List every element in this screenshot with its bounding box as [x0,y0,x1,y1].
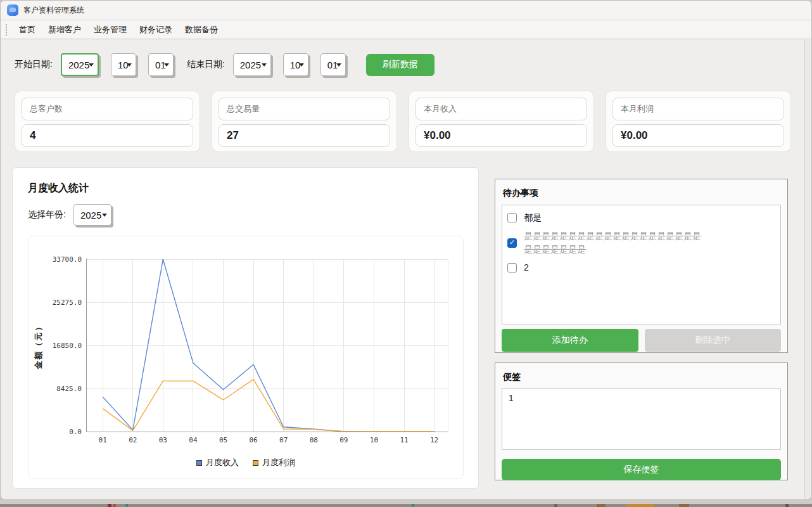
notes-textarea[interactable]: 1 [502,388,781,450]
stat-card-total-transactions: 总交易量 27 [212,91,397,152]
stat-value: ¥0.00 [424,129,451,142]
svg-text:金额（元）: 金额（元） [34,322,43,370]
menu-item-backup[interactable]: 数据备份 [179,20,224,39]
todo-list: 都是 是是是是是是是是是是是是是是是是是是是是是是是是是是是 2 [502,205,781,324]
stat-value: 4 [30,129,35,142]
svg-text:11: 11 [400,436,408,444]
end-day-select[interactable]: 01 [320,53,346,76]
main-content: 开始日期: 2025 10 01 结束日期: 2025 10 [1,40,804,499]
chart-title: 月度收入统计 [28,182,463,195]
stat-value-box: 4 [22,124,193,147]
svg-text:04: 04 [189,436,198,444]
svg-text:16850.0: 16850.0 [53,342,82,350]
chevron-down-icon [89,63,94,67]
svg-text:07: 07 [279,436,288,444]
taskbar-sliver [0,504,812,507]
desktop-speck [785,504,789,507]
svg-text:02: 02 [129,436,137,444]
stat-label: 总交易量 [227,103,260,115]
desktop-speck [679,504,689,507]
chart-series-line [103,380,434,432]
todo-checkbox[interactable] [507,238,517,248]
stat-card-month-income: 本月收入 ¥0.00 [409,91,594,152]
menu-item-business[interactable]: 业务管理 [87,20,133,39]
monthly-chart-svg: 0.08425.016850.025275.033700.00102030405… [29,241,463,454]
start-year-select[interactable]: 2025 [61,53,99,76]
chart-plot-area: 0.08425.016850.025275.033700.00102030405… [29,241,463,454]
desktop-background-sliver [0,500,812,507]
svg-text:10: 10 [370,436,378,444]
chevron-down-icon [127,63,132,67]
desktop-speck [554,504,557,507]
app-icon [7,4,18,16]
svg-text:33700.0: 33700.0 [53,255,82,264]
end-year-select[interactable]: 2025 [233,53,271,76]
svg-text:09: 09 [339,436,348,444]
main-section: 月度收入统计 选择年份: 2025 0.08425.016850.025275.… [13,167,804,489]
menu-item-finance[interactable]: 财务记录 [133,20,179,39]
todo-item: 2 [506,259,777,277]
chevron-down-icon [164,63,169,67]
chevron-down-icon [336,63,341,67]
year-select-label: 选择年份: [28,209,66,221]
menu-item-new-customer[interactable]: 新增客户 [42,20,87,39]
chevron-down-icon [262,63,267,67]
todo-buttons-row: 添加待办 删除选中 [502,329,781,352]
todo-item: 是是是是是是是是是是是是是是是是是是是是是是是是是是是 [506,227,777,259]
stat-label: 总客户数 [30,103,63,115]
menu-bar: 首页 新增客户 业务管理 财务记录 数据备份 [1,20,811,39]
legend-label: 月度利润 [262,457,295,468]
svg-text:8425.0: 8425.0 [56,385,82,393]
chevron-down-icon [102,214,107,217]
svg-text:25275.0: 25275.0 [53,298,82,307]
todo-item-label: 都是 [524,211,542,224]
stat-label-box: 总客户数 [22,98,193,120]
chart-legend: 月度收入月度利润 [29,457,463,468]
desktop-speck [108,504,111,507]
legend-label: 月度收入 [206,457,239,468]
add-todo-button[interactable]: 添加待办 [502,329,638,352]
todo-item: 都是 [506,209,777,227]
chart-year-value: 2025 [80,210,101,221]
legend-swatch-icon [196,460,202,466]
save-note-button[interactable]: 保存便签 [502,459,781,480]
start-date-label: 开始日期: [15,59,53,70]
end-year-value: 2025 [240,60,261,70]
todo-panel: 待办事项 都是 是是是是是是是是是是是是是是是是是是是是是是是是是是是 2 [495,179,788,353]
start-year-value: 2025 [68,60,89,70]
menu-item-home[interactable]: 首页 [13,20,42,39]
year-select-row: 选择年份: 2025 [28,204,463,226]
desktop-speck [597,504,606,507]
svg-text:06: 06 [249,436,257,444]
notes-panel: 便签 1 保存便签 [495,363,788,480]
legend-item: 月度收入 [196,457,239,468]
svg-text:08: 08 [310,436,318,444]
monthly-line-chart: 0.08425.016850.025275.033700.00102030405… [28,236,464,479]
delete-selected-button[interactable]: 删除选中 [645,329,782,352]
svg-text:01: 01 [99,436,107,444]
stat-card-month-profit: 本月利润 ¥0.00 [606,91,791,152]
desktop-speck [113,504,116,507]
stat-label-box: 本月利润 [612,98,784,120]
stat-label-box: 总交易量 [219,98,390,120]
start-day-select[interactable]: 01 [148,53,174,76]
toolbar-grip-icon [6,24,8,35]
chevron-down-icon [299,63,304,67]
desktop-speck [412,504,414,507]
end-month-select[interactable]: 10 [283,53,308,76]
legend-item: 月度利润 [253,457,295,468]
desktop-speck [125,504,128,507]
svg-text:03: 03 [159,436,167,444]
notes-panel-title: 便签 [503,371,781,383]
stat-value: ¥0.00 [621,129,648,142]
stat-card-total-customers: 总客户数 4 [15,91,200,152]
chart-year-select[interactable]: 2025 [73,204,111,226]
monthly-income-panel: 月度收入统计 选择年份: 2025 0.08425.016850.025275.… [12,167,479,489]
side-column: 待办事项 都是 是是是是是是是是是是是是是是是是是是是是是是是是是是是 2 [495,179,788,480]
refresh-data-button[interactable]: 刷新数据 [366,54,435,76]
scrollbar-track[interactable] [804,40,811,499]
start-month-select[interactable]: 10 [111,53,136,76]
todo-checkbox[interactable] [507,263,517,273]
todo-checkbox[interactable] [507,213,517,222]
title-bar: 客户资料管理系统 [1,1,811,20]
